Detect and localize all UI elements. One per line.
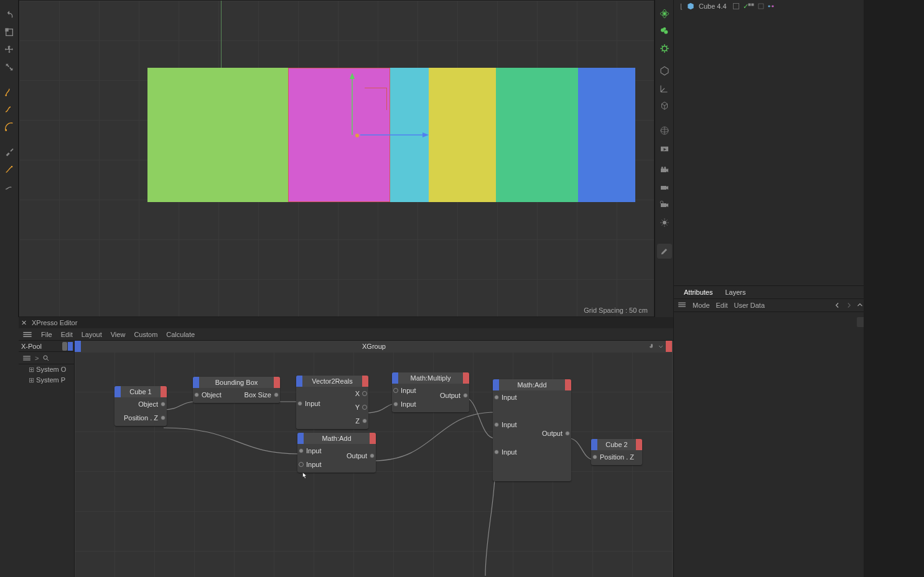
node-math-add-2[interactable]: Math:Add Input Input Input Output [493,379,571,481]
atom-icon[interactable] [657,6,672,21]
port-dot[interactable] [362,418,367,423]
port-dot[interactable] [370,453,375,458]
back-icon[interactable] [833,301,842,310]
hexagon-icon[interactable] [657,63,672,78]
axis-icon[interactable] [657,81,672,96]
svg-rect-25 [661,186,666,190]
gizmo-y-arrow[interactable] [348,73,356,135]
xpool-toggle-icon[interactable] [62,342,67,351]
viewport-cube[interactable] [578,68,635,202]
display-tag-icon[interactable] [747,2,755,10]
svg-rect-32 [752,4,754,6]
path-tool-icon[interactable] [2,179,17,194]
cluster-icon[interactable] [657,24,672,39]
port-dot[interactable] [274,392,279,397]
forward-icon[interactable] [844,301,853,310]
spline-arc-icon[interactable] [2,119,17,134]
right-gutter [864,0,924,577]
node-cube2[interactable]: Cube 2 Position . Z [591,439,642,465]
port-dot[interactable] [592,455,597,459]
port-input-in: Input [306,461,321,468]
menu-custom[interactable]: Custom [134,331,157,338]
port-dot[interactable] [297,401,302,406]
gizmo-plane-icon[interactable] [365,88,387,110]
port-dot[interactable] [463,393,468,398]
menu-view[interactable]: View [111,331,126,338]
xpresso-tag-icon[interactable] [767,2,775,10]
gizmo-origin-icon[interactable] [355,134,359,137]
xpool-item[interactable]: ⊞ System P [19,375,74,385]
expand-tag-icon[interactable] [757,2,765,10]
move-icon[interactable] [2,42,17,57]
gizmo-x-arrow[interactable] [360,131,429,139]
port-dot[interactable] [194,392,199,397]
node-canvas[interactable]: Cube 1 Object Position . Z Bounding Box … [75,352,673,577]
close-icon[interactable]: ✕ [21,319,27,327]
object-visibility-flag[interactable] [733,3,739,9]
scale-icon[interactable] [2,60,17,75]
viewport-cube[interactable] [496,68,578,202]
light-icon[interactable] [657,215,672,230]
port-dot[interactable] [494,422,499,427]
node-math-add-1[interactable]: Math:Add Input Input Output [297,433,376,473]
collapse-icon[interactable] [657,343,665,350]
attr-mode-menu[interactable]: Mode [693,302,710,309]
viewport-frame-icon[interactable] [2,25,17,40]
hand-icon[interactable] [648,343,656,350]
port-dot[interactable] [393,402,398,407]
tab-layers[interactable]: Layers [719,287,752,298]
menu-calculate[interactable]: Calculate [166,331,195,338]
port-dot[interactable] [362,391,367,396]
globe-icon[interactable] [657,123,672,138]
port-dot[interactable] [565,431,570,436]
port-input-in: Input [306,447,321,455]
xpool-item[interactable]: ⊞ System O [19,364,74,375]
camera-add-icon[interactable] [657,198,672,213]
xpresso-title: XPresso Editor [32,319,77,326]
viewport-cube[interactable] [147,68,288,202]
cube-wire-icon[interactable] [657,98,672,113]
port-dot[interactable] [161,415,166,420]
camera-icon[interactable] [657,180,672,195]
port-dot[interactable] [494,450,499,455]
svg-point-14 [663,27,666,30]
menu-edit[interactable]: Edit [61,331,73,338]
node-math-multiply[interactable]: Math:Multiply Input Input Output [392,372,469,412]
attr-edit-menu[interactable]: Edit [716,302,728,309]
port-dot[interactable] [494,395,499,400]
clapper-icon[interactable] [657,141,672,155]
port-dot[interactable] [393,388,398,393]
port-dot[interactable] [161,402,166,407]
menu-file[interactable]: File [41,331,52,338]
node-bounding-box[interactable]: Bounding Box Object Box Size [193,377,280,403]
svg-point-24 [664,167,666,168]
attr-userdata-menu[interactable]: User Data [734,302,765,309]
hamburger-icon[interactable] [22,355,31,361]
svg-point-30 [663,221,666,224]
xgroup-output-chip[interactable] [666,341,672,352]
up-icon[interactable] [856,301,864,310]
node-cube1[interactable]: Cube 1 Object Position . Z [114,386,167,426]
hamburger-icon[interactable] [678,302,686,308]
spline-pen-icon[interactable] [2,85,17,99]
port-input-in: Input [305,400,320,407]
undo-icon[interactable] [2,7,17,22]
node-vector2reals[interactable]: Vector2Reals Input X Y Z [296,376,368,429]
spline-smooth-icon[interactable] [2,102,17,117]
port-dot[interactable] [299,462,304,467]
port-output-out: Output [542,430,562,437]
viewport[interactable]: Grid Spacing : 50 cm [19,0,655,317]
xgroup-input-chip[interactable] [75,341,81,352]
tab-attributes[interactable]: Attributes [678,287,719,298]
menu-layout[interactable]: Layout [82,331,102,338]
viewport-cube[interactable] [429,68,496,202]
brush-icon[interactable] [2,144,17,159]
camera-film-icon[interactable] [657,163,672,178]
sculpt-icon[interactable] [2,162,17,177]
search-icon[interactable] [42,354,50,362]
edit-icon[interactable] [657,244,672,259]
gear-icon[interactable] [657,41,672,56]
port-dot[interactable] [299,448,304,453]
port-dot[interactable] [362,405,367,410]
hamburger-icon[interactable] [22,331,32,338]
